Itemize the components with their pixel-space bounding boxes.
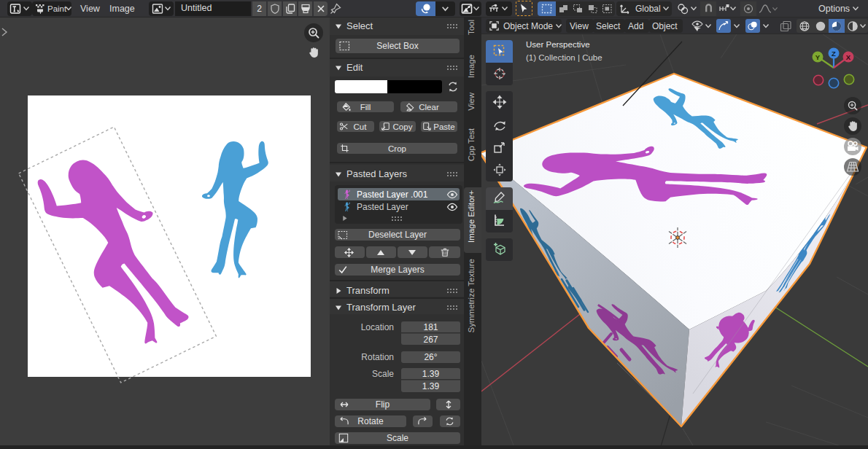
svg-text:Y: Y: [815, 53, 821, 61]
svg-text:Z: Z: [832, 50, 836, 58]
svg-text:X: X: [846, 53, 851, 61]
